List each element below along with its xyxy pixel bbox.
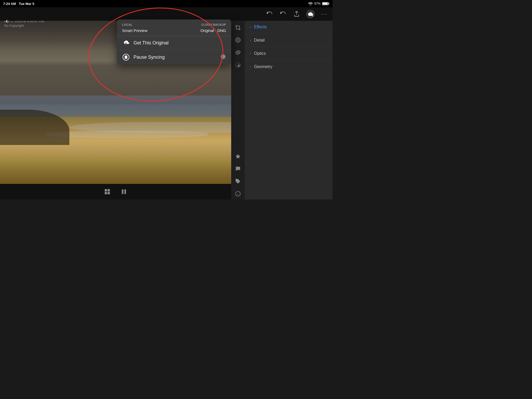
heal-icon (235, 50, 241, 55)
get-original-item[interactable]: Get This Original (117, 36, 231, 50)
icons-sidebar (231, 7, 245, 200)
cloud-sync-button[interactable] (306, 10, 315, 18)
optics-section-label: Optics (254, 51, 266, 56)
right-panel: › Color › Effects › Detail › Optics (231, 7, 332, 200)
pause-icon (122, 54, 130, 61)
local-value: Smart Preview (122, 28, 148, 33)
date: Tue Mar 5 (19, 2, 34, 6)
status-bar: 7:24 AM Tue Mar 5 97% (0, 0, 332, 7)
mask-icon (235, 37, 241, 43)
redo-button[interactable] (265, 10, 274, 18)
effects-section-label: Effects (254, 25, 267, 29)
gear-icon[interactable] (220, 54, 226, 61)
geometry-section: › Geometry (245, 60, 332, 74)
radial-select-icon (235, 62, 241, 68)
edit-panel: › Color › Effects › Detail › Optics (245, 7, 332, 200)
mask-icon-btn[interactable] (232, 34, 244, 46)
comment-icon (235, 166, 241, 172)
select-icon-btn[interactable] (232, 59, 244, 71)
optics-chevron-icon: › (250, 52, 251, 55)
cloud-col-label: CLOUD BACKUP (201, 23, 226, 26)
svg-point-15 (237, 39, 239, 41)
back-button[interactable]: ‹ (2, 16, 11, 25)
svg-rect-5 (108, 189, 110, 191)
share-button[interactable] (292, 10, 301, 18)
effects-section: › Effects (245, 21, 332, 34)
get-original-label: Get This Original (134, 40, 169, 46)
time: 7:24 AM (3, 2, 16, 6)
dropdown-header: LOCAL CLOUD BACKUP (117, 19, 231, 28)
undo-button[interactable] (279, 10, 287, 18)
star-icon (235, 154, 241, 159)
battery-icon (322, 2, 329, 5)
crop-icon-btn[interactable] (232, 22, 244, 33)
svg-rect-4 (105, 189, 107, 191)
optics-section: › Optics (245, 47, 332, 60)
battery-text: 97% (314, 2, 321, 5)
svg-rect-7 (108, 192, 110, 194)
svg-rect-2 (329, 3, 329, 4)
grid-icon (104, 189, 110, 195)
geometry-section-label: Geometry (254, 64, 272, 69)
compare-icon (121, 189, 127, 195)
pause-syncing-label: Pause Syncing (134, 55, 165, 60)
detail-section-header[interactable]: › Detail (245, 34, 332, 47)
compare-button[interactable] (121, 189, 127, 195)
svg-rect-28 (125, 56, 126, 58)
local-col-label: LOCAL (122, 23, 132, 26)
cloud-value: Original - DNG (201, 28, 226, 33)
more-options-button[interactable]: ··· (320, 10, 328, 18)
cloud-sync-icon (308, 12, 313, 16)
status-icons: 97% (308, 2, 329, 5)
heal-icon-btn[interactable] (232, 47, 244, 58)
svg-rect-1 (323, 3, 328, 5)
bottom-toolbar (0, 184, 231, 200)
effects-section-header[interactable]: › Effects (245, 21, 332, 34)
pause-syncing-item[interactable]: Pause Syncing (117, 50, 231, 64)
effects-chevron-icon: › (250, 25, 251, 29)
crop-icon (235, 25, 241, 30)
wifi-icon (308, 2, 313, 5)
grid-view-button[interactable] (104, 189, 110, 195)
tag-icon-btn[interactable] (232, 176, 244, 187)
star-icon-btn[interactable] (232, 151, 244, 162)
svg-rect-6 (105, 192, 107, 194)
time-date: 7:24 AM Tue Mar 5 (3, 2, 34, 6)
detail-section: › Detail (245, 34, 332, 47)
detail-chevron-icon: › (250, 38, 251, 42)
top-toolbar: ‹ ··· (0, 7, 332, 21)
share-icon (294, 11, 300, 17)
comment-icon-btn[interactable] (232, 163, 244, 175)
info-icon (235, 191, 241, 197)
info-icon-btn[interactable] (232, 188, 244, 200)
geometry-chevron-icon: › (250, 65, 251, 69)
svg-rect-29 (126, 56, 127, 58)
optics-section-header[interactable]: › Optics (245, 47, 332, 60)
redo-icon (267, 11, 272, 17)
cloud-dropdown: LOCAL CLOUD BACKUP Smart Preview Origina… (117, 19, 231, 64)
geometry-section-header[interactable]: › Geometry (245, 60, 332, 73)
back-arrow-icon: ‹ (6, 17, 8, 25)
undo-icon (280, 11, 286, 17)
detail-section-label: Detail (254, 38, 265, 43)
download-cloud-icon (122, 40, 130, 46)
svg-point-14 (236, 38, 240, 42)
tag-icon (235, 178, 241, 184)
dropdown-values: Smart Preview Original - DNG (117, 28, 231, 36)
